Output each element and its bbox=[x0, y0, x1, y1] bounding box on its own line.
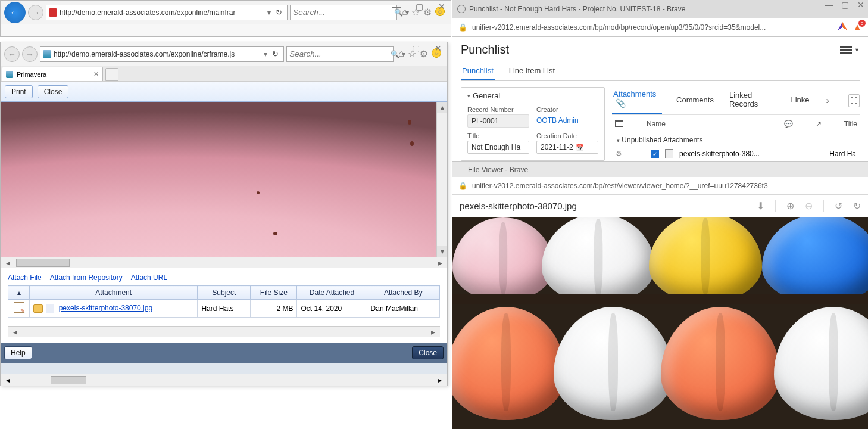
back-button[interactable]: ← bbox=[4, 2, 26, 23]
url-input[interactable] bbox=[54, 50, 261, 58]
search-box[interactable]: 🔍 ▾ bbox=[290, 5, 397, 20]
tab-linked-trunc[interactable]: Linke bbox=[789, 93, 810, 109]
minimize-icon[interactable]: — bbox=[390, 2, 403, 11]
back-button[interactable]: ← bbox=[4, 46, 20, 62]
scroll-left-icon[interactable]: ◂ bbox=[1, 258, 15, 268]
input-title[interactable]: Not Enough Ha bbox=[467, 141, 529, 154]
url-input[interactable] bbox=[60, 8, 265, 17]
outer-horizontal-scrollbar[interactable]: ◂ ▸ bbox=[1, 374, 447, 386]
minimize-icon[interactable]: — bbox=[386, 43, 399, 53]
download-icon[interactable]: ⬇ bbox=[757, 200, 764, 212]
col-title[interactable]: Title bbox=[844, 120, 857, 128]
lock-icon: 🔒 bbox=[458, 182, 467, 190]
zoom-out-icon[interactable]: ⊖ bbox=[805, 200, 813, 212]
search-input[interactable] bbox=[289, 49, 391, 58]
refresh-icon[interactable]: ↻ bbox=[273, 8, 285, 17]
rotate-left-icon[interactable]: ↺ bbox=[835, 200, 842, 212]
tab-comments[interactable]: Comments bbox=[675, 93, 715, 109]
browser-tab[interactable]: Primavera ✕ bbox=[2, 67, 103, 81]
tab-punchlist[interactable]: Punchlist bbox=[461, 63, 495, 80]
row-settings-icon[interactable]: ⚙ bbox=[616, 150, 622, 158]
print-button[interactable]: Print bbox=[5, 85, 33, 98]
folder-header-icon[interactable]: 🗖 bbox=[614, 119, 624, 129]
site-favicon-icon bbox=[49, 8, 57, 17]
attach-file-link[interactable]: Attach File bbox=[8, 273, 42, 282]
dropdown-icon[interactable]: ▾ bbox=[264, 50, 267, 58]
col-attachment[interactable]: Attachment bbox=[30, 286, 198, 300]
horizontal-scrollbar[interactable]: ◂ ▸ bbox=[8, 326, 440, 337]
table-row[interactable]: pexels-skitterphoto-38070.jpg Hard Hats … bbox=[8, 300, 440, 318]
maximize-icon[interactable]: ▢ bbox=[841, 0, 849, 10]
tab-line-items[interactable]: Line Item List bbox=[508, 63, 556, 80]
new-tab-button[interactable] bbox=[105, 68, 118, 81]
tab-linked-records[interactable]: Linked Records bbox=[728, 88, 777, 113]
col-date[interactable]: Date Attached bbox=[297, 286, 367, 300]
tab-close-icon[interactable]: ✕ bbox=[93, 70, 99, 78]
scroll-thumb[interactable] bbox=[16, 259, 70, 267]
attach-url-link[interactable]: Attach URL bbox=[131, 273, 167, 282]
col-sort[interactable]: ▴ bbox=[8, 286, 30, 300]
scroll-right-icon[interactable]: ▸ bbox=[426, 327, 440, 337]
attachment-filename-link[interactable]: pexels-skitterphoto-38070.jpg bbox=[59, 304, 152, 312]
vertical-scrollbar[interactable]: ▴ ▾ bbox=[436, 102, 447, 257]
col-filesize[interactable]: File Size bbox=[251, 286, 297, 300]
collapse-icon[interactable]: ▾ bbox=[467, 93, 470, 99]
refresh-icon[interactable]: ↻ bbox=[270, 49, 281, 58]
address-bar[interactable]: ▾ ↻ bbox=[40, 46, 284, 62]
tab-attachments[interactable]: Attachments📎 bbox=[612, 87, 662, 114]
attach-repo-link[interactable]: Attach from Repository bbox=[50, 273, 123, 282]
scroll-left-icon[interactable]: ◂ bbox=[8, 327, 22, 337]
calendar-icon[interactable]: 📅 bbox=[576, 144, 584, 151]
url-input[interactable] bbox=[472, 23, 832, 32]
image-viewport[interactable] bbox=[452, 217, 868, 429]
help-button[interactable]: Help bbox=[4, 346, 32, 359]
file-viewer-address-bar[interactable]: 🔒 bbox=[452, 177, 868, 195]
scroll-thumb[interactable] bbox=[51, 376, 86, 384]
input-creation-date[interactable]: 2021-11-2📅 bbox=[536, 141, 598, 154]
notification-icon[interactable]: ▲0 bbox=[853, 22, 862, 33]
scroll-up-icon[interactable]: ▴ bbox=[437, 102, 447, 113]
comment-header-icon[interactable]: 💬 bbox=[784, 120, 793, 128]
forward-button[interactable]: → bbox=[22, 46, 38, 62]
folder-icon[interactable] bbox=[33, 304, 43, 313]
search-input[interactable] bbox=[293, 8, 394, 17]
col-name[interactable]: Name bbox=[647, 120, 761, 128]
file-name: pexels-skitterphoto-38070.jpg bbox=[460, 201, 757, 211]
share-header-icon[interactable]: ↗ bbox=[816, 120, 822, 128]
address-bar[interactable]: ▾ ↻ bbox=[46, 5, 288, 20]
row-checkbox[interactable]: ✓ bbox=[651, 150, 659, 158]
minimize-icon[interactable]: — bbox=[825, 0, 833, 10]
tabs-overflow-icon[interactable]: › bbox=[824, 95, 832, 106]
collapse-icon[interactable]: ▾ bbox=[617, 138, 620, 144]
close-icon[interactable]: ✕ bbox=[432, 43, 445, 53]
dropdown-icon[interactable]: ▾ bbox=[267, 8, 271, 17]
scroll-left-icon[interactable]: ◂ bbox=[1, 376, 15, 384]
brave-logo-icon[interactable] bbox=[837, 22, 848, 33]
window-controls: — ▢ ✕ bbox=[825, 0, 864, 10]
maximize-icon[interactable]: ▢ bbox=[413, 2, 426, 11]
page-menu-button[interactable]: ▼ bbox=[840, 46, 860, 54]
search-box[interactable]: 🔍 ▾ bbox=[286, 46, 394, 62]
attachment-row[interactable]: ⚙ ✓ pexels-skitterphoto-380... Hard Ha bbox=[612, 147, 860, 161]
attachments-group[interactable]: ▾ Unpublished Attachments bbox=[612, 133, 860, 147]
close-icon[interactable]: ✕ bbox=[435, 2, 448, 11]
zoom-in-icon[interactable]: ⊕ bbox=[786, 200, 794, 212]
close-button[interactable]: Close bbox=[38, 85, 69, 98]
scroll-right-icon[interactable]: ▸ bbox=[433, 376, 447, 384]
expand-pane-icon[interactable]: ⛶ bbox=[848, 94, 860, 107]
close-icon[interactable]: ✕ bbox=[857, 0, 864, 10]
maximize-icon[interactable]: ▢ bbox=[409, 43, 422, 53]
scroll-down-icon[interactable]: ▾ bbox=[437, 246, 447, 257]
rotate-right-icon[interactable]: ↻ bbox=[853, 200, 861, 212]
url-input[interactable] bbox=[472, 182, 862, 190]
note-icon[interactable] bbox=[14, 302, 24, 313]
globe-icon bbox=[457, 5, 466, 13]
forward-button[interactable]: → bbox=[28, 5, 43, 20]
scroll-right-icon[interactable]: ▸ bbox=[433, 258, 447, 268]
close-button[interactable]: Close bbox=[412, 346, 444, 359]
brave-address-bar[interactable]: 🔒 ▲0 bbox=[452, 18, 868, 37]
col-subject[interactable]: Subject bbox=[198, 286, 251, 300]
value-creator[interactable]: OOTB Admin bbox=[536, 114, 598, 126]
col-by[interactable]: Attached By bbox=[367, 286, 439, 300]
horizontal-scrollbar[interactable]: ◂ ▸ bbox=[1, 257, 447, 268]
